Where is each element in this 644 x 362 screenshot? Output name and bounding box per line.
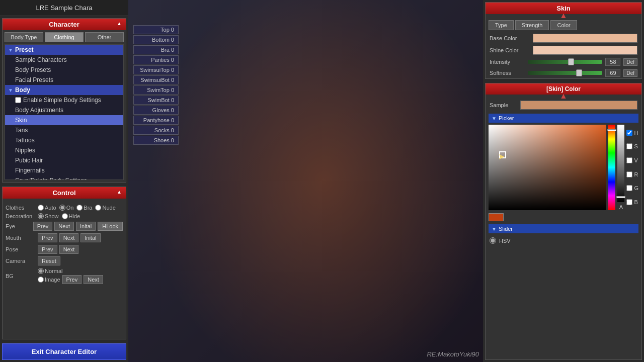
clothes-auto-radio[interactable] — [38, 205, 44, 211]
s-checkbox-row[interactable]: S — [626, 143, 638, 149]
hue-thumb[interactable] — [607, 129, 616, 131]
pose-next-button[interactable]: Next — [59, 245, 79, 254]
clothes-nude-option[interactable]: Nude — [95, 205, 115, 211]
clothes-bra-option[interactable]: Bra — [76, 205, 92, 211]
tree-item-enable-simple[interactable]: Enable Simple Body Settings — [5, 95, 123, 105]
clothing-shoes-button[interactable]: Shoes 0 — [133, 136, 179, 145]
eye-prev-button[interactable]: Prev — [33, 222, 53, 231]
picker-section[interactable]: ▼ Picker — [489, 114, 638, 123]
skin-tab-color[interactable]: Color — [550, 20, 577, 30]
tree-item-tans[interactable]: Tans — [5, 125, 123, 135]
clothing-panties-button[interactable]: Panties 0 — [133, 55, 179, 64]
clothing-socks-button[interactable]: Socks 0 — [133, 126, 179, 135]
mouth-next-button[interactable]: Next — [59, 233, 79, 242]
alpha-slider[interactable] — [617, 125, 624, 202]
pubic-hair-label: Pubic Hair — [15, 157, 43, 164]
tree-item-facial-presets[interactable]: Facial Presets — [5, 75, 123, 85]
base-color-swatch[interactable] — [533, 34, 637, 43]
tree-item-body-adjustments[interactable]: Body Adjustments — [5, 105, 123, 115]
bg-prev-button[interactable]: Prev — [62, 275, 82, 284]
clothing-swimsuibot-button[interactable]: SwimsuiBot 0 — [133, 75, 179, 84]
tree-item-save-delete[interactable]: Save/Delete Body Settings — [5, 175, 123, 180]
hlook-button[interactable]: HLook — [98, 222, 123, 231]
bg-image-radio[interactable] — [38, 277, 44, 283]
tree-item-body-presets[interactable]: Body Presets — [5, 65, 123, 75]
clothes-bra-radio[interactable] — [76, 205, 83, 211]
left-panel: LRE Sample Chara Character Body Type Clo… — [0, 0, 128, 362]
clothing-pantyhose-button[interactable]: Pantyhose 0 — [133, 116, 179, 125]
g-label: G — [634, 185, 638, 191]
tree-item-fingernails[interactable]: Fingernails — [5, 165, 123, 175]
mouth-initial-button[interactable]: Inital — [80, 233, 100, 242]
clothing-gloves-button[interactable]: Gloves 0 — [133, 106, 179, 115]
decoration-hide-option[interactable]: Hide — [62, 213, 80, 219]
tree-item-tattoos[interactable]: Tattoos — [5, 135, 123, 145]
softness-slider-thumb[interactable] — [576, 69, 582, 76]
sample-swatch[interactable] — [520, 101, 637, 110]
saturation-cursor[interactable] — [499, 151, 506, 158]
softness-slider-track[interactable] — [528, 71, 602, 75]
pose-prev-button[interactable]: Prev — [38, 245, 57, 254]
clothing-swimtop-button[interactable]: SwimTop 0 — [133, 85, 179, 95]
camera-reset-button[interactable]: Reset — [38, 256, 60, 265]
saturation-box[interactable]: ➤ — [489, 125, 606, 210]
bg-normal-option[interactable]: Normal — [38, 268, 103, 274]
g-checkbox-row[interactable]: G — [626, 185, 638, 191]
s-checkbox[interactable] — [626, 143, 632, 149]
h-checkbox-row[interactable]: H — [626, 130, 638, 136]
b-checkbox-row[interactable]: B — [626, 199, 638, 205]
intensity-slider-thumb[interactable] — [568, 58, 574, 65]
decoration-hide-radio[interactable] — [62, 213, 68, 219]
bg-normal-radio[interactable] — [38, 268, 44, 274]
tab-clothing[interactable]: Clothing — [45, 32, 84, 42]
pose-label: Pose — [6, 246, 36, 252]
tree-item-pubic-hair[interactable]: Pubic Hair — [5, 155, 123, 165]
tree-item-skin[interactable]: Skin — [5, 115, 123, 125]
tree-group-body[interactable]: ▼ Body — [5, 85, 123, 95]
intensity-slider-track[interactable] — [528, 60, 602, 64]
hsv-radio[interactable] — [490, 237, 496, 244]
eye-next-button[interactable]: Next — [54, 222, 74, 231]
enable-simple-checkbox[interactable] — [15, 97, 21, 103]
skin-tab-type[interactable]: Type — [489, 20, 514, 30]
clothes-on-radio[interactable] — [59, 205, 65, 211]
softness-def-button[interactable]: Def — [623, 69, 637, 77]
r-checkbox-row[interactable]: R — [626, 171, 638, 177]
intensity-row: Intensity 58 Def — [486, 56, 641, 67]
decoration-show-radio[interactable] — [38, 213, 44, 219]
exit-btn-label: Exit Character Editor — [32, 348, 97, 355]
g-checkbox[interactable] — [626, 185, 632, 191]
bg-next-button[interactable]: Next — [84, 275, 103, 284]
clothing-bra-button[interactable]: Bra 0 — [133, 45, 179, 54]
b-checkbox[interactable] — [626, 199, 632, 205]
character-header: Character — [3, 19, 126, 30]
hue-slider[interactable] — [608, 125, 615, 210]
clothes-auto-option[interactable]: Auto — [38, 205, 56, 211]
eye-initial-button[interactable]: Inital — [76, 222, 96, 231]
clothes-nude-radio[interactable] — [95, 205, 101, 211]
alpha-thumb[interactable] — [616, 196, 625, 198]
tree-item-nipples[interactable]: Nipples — [5, 145, 123, 155]
h-checkbox[interactable] — [626, 130, 632, 136]
v-checkbox[interactable] — [626, 157, 632, 163]
skin-header: Skin — [486, 3, 641, 14]
tree-group-preset[interactable]: ▼ Preset — [5, 45, 123, 55]
shine-color-swatch[interactable] — [533, 46, 637, 55]
skin-tab-strength[interactable]: Strength — [515, 20, 549, 30]
clothes-on-option[interactable]: On — [59, 205, 74, 211]
bg-image-option[interactable]: Image — [38, 277, 60, 283]
clothing-swimsuitop-button[interactable]: SwimsuiTop 0 — [133, 65, 179, 74]
slider-section-header[interactable]: ▼ Slider — [489, 224, 638, 233]
intensity-def-button[interactable]: Def — [623, 58, 637, 66]
clothing-swimbot-button[interactable]: SwimBot 0 — [133, 96, 179, 105]
tree-item-sample-characters[interactable]: Sample Characters — [5, 55, 123, 65]
clothing-top-button[interactable]: Top 0 — [133, 25, 179, 34]
exit-character-editor-button[interactable]: Exit Character Editor — [2, 343, 126, 360]
decoration-show-option[interactable]: Show — [38, 213, 59, 219]
v-checkbox-row[interactable]: V — [626, 157, 638, 163]
tab-other[interactable]: Other — [85, 32, 124, 42]
r-checkbox[interactable] — [626, 171, 632, 177]
clothing-bottom-button[interactable]: Bottom 0 — [133, 35, 179, 44]
mouth-prev-button[interactable]: Prev — [38, 233, 57, 242]
tab-body-type[interactable]: Body Type — [5, 32, 43, 42]
